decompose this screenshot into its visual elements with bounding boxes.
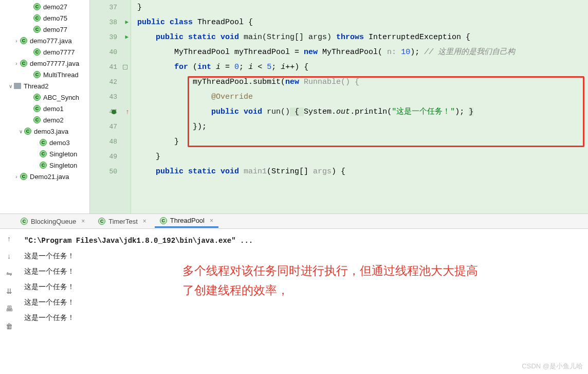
editor-tab[interactable]: CTimerTest× [93,215,152,228]
run-icon[interactable]: ▶ [125,15,128,30]
gutter-row[interactable]: 49 [90,149,131,164]
console-tool-button[interactable]: ⇊ [4,286,15,297]
class-icon: C [33,25,41,33]
class-icon: C [33,48,41,56]
tree-item[interactable]: Cdemo7777 [0,46,89,58]
tree-label: demo777.java [30,37,72,45]
gutter-row[interactable]: 50 [90,164,131,179]
editor: 3738▶39▶4041−424344↑47484950 }public cla… [90,0,588,213]
code-line[interactable]: public static void main(String[] args) t… [137,30,588,45]
tree-label: ABC_Synch [43,94,79,101]
line-number: 48 [109,134,128,149]
tree-label: Thread2 [24,82,48,90]
tree-item[interactable]: Cdemo75 [0,12,89,24]
tree-label: Singleton [49,162,77,169]
tree-item[interactable]: ∨Thread2 [0,80,89,92]
code-line[interactable]: for (int i = 0; i < 5; i++) { [137,60,588,75]
tree-item[interactable]: ›Cdemo777.java [0,35,89,46]
class-icon: C [20,59,28,67]
tree-label: demo7777 [43,48,75,56]
line-number: 47 [109,119,128,134]
console-tool-button[interactable]: 🗑 [4,320,15,332]
console-output[interactable]: "C:\Program Files\Java\jdk1.8.0_192\bin\… [18,229,588,374]
annotation-text: 多个线程对该任务同时进行执行，但通过线程池大大提高了创建线程的效率， [182,261,481,300]
tree-item[interactable]: ∨Cdemo3.java [0,126,89,137]
tree-item[interactable]: Cdemo1 [0,103,89,114]
gutter-row[interactable]: 40 [90,45,131,60]
tree-label: demo3.java [34,128,68,135]
console-command: "C:\Program Files\Java\jdk1.8.0_192\bin\… [24,233,582,248]
class-icon: C [33,104,41,113]
tree-item[interactable]: Cdemo2 [0,114,89,126]
breakpoint-icon[interactable] [112,110,116,114]
editor-tab[interactable]: CThreadPool× [155,215,218,228]
tree-item[interactable]: ›Cdemo77777.java [0,58,89,69]
class-icon: C [39,138,47,147]
code-line[interactable]: }); [137,119,588,134]
close-icon[interactable]: × [81,218,85,225]
console-tool-button[interactable]: ⇋ [4,268,15,279]
class-icon: C [33,3,41,11]
console-tool-button[interactable]: ↑ [4,233,15,244]
tree-item[interactable]: Cdemo77 [0,24,89,35]
class-icon: C [33,93,41,101]
tree-item[interactable]: CMultiThread [0,69,89,80]
gutter[interactable]: 3738▶39▶4041−424344↑47484950 [90,0,131,213]
gutter-row[interactable]: 38▶ [90,15,131,30]
class-icon: C [33,116,41,124]
code-line[interactable]: @Override [137,90,588,104]
class-icon: C [33,70,41,79]
class-icon: C [160,217,167,224]
gutter-row[interactable]: 47 [90,119,131,134]
line-number: 42 [109,75,128,90]
code-area[interactable]: }public class ThreadPool { public static… [131,0,588,213]
line-number: 50 [109,164,128,179]
class-icon: C [20,172,28,181]
gutter-row[interactable]: 41− [90,60,131,75]
line-number: 37 [109,0,128,15]
close-icon[interactable]: × [143,218,146,225]
code-line[interactable]: public class ThreadPool { [137,15,588,30]
tree-item[interactable]: CABC_Synch [0,92,89,103]
project-tree[interactable]: Cdemo27Cdemo75Cdemo77›Cdemo777.javaCdemo… [0,0,90,213]
tab-label: TimerTest [108,218,138,225]
gutter-row[interactable]: 48 [90,134,131,149]
tree-item[interactable]: CSingleton [0,159,89,171]
chevron-icon[interactable]: ∨ [7,83,13,89]
chevron-icon[interactable]: › [13,38,20,44]
tab-label: ThreadPool [170,217,205,224]
tree-label: demo77 [43,26,67,33]
console-tool-button[interactable]: ↓ [4,251,15,262]
code-line[interactable]: MyThreadPool myThreadPool = new MyThread… [137,45,588,60]
code-line[interactable]: public static void main1(String[] args) … [137,164,588,179]
tree-item[interactable]: CSingleton [0,148,89,159]
code-line[interactable]: myThreadPool.submit(new Runnable() { [137,75,588,90]
run-icon[interactable]: ▶ [125,30,128,45]
gutter-row[interactable]: 43 [90,90,131,104]
code-line[interactable]: } [137,149,588,164]
console-tool-button[interactable]: 🖶 [4,303,15,314]
editor-tab[interactable]: CBlockingQueue× [15,215,90,228]
close-icon[interactable]: × [210,217,213,224]
gutter-row[interactable]: 37 [90,0,131,15]
chevron-icon[interactable]: › [13,61,20,66]
code-line[interactable]: public void run() { System.out.println("… [137,104,588,119]
tree-item[interactable]: ›CDemo21.java [0,171,89,182]
class-icon: C [33,14,41,22]
class-icon: C [20,37,28,45]
tree-item[interactable]: Cdemo3 [0,137,89,148]
gutter-row[interactable]: 39▶ [90,30,131,45]
code-line[interactable]: } [137,134,588,149]
override-up-icon[interactable]: ↑ [125,104,130,119]
line-number: 49 [109,149,128,164]
gutter-row[interactable]: 42 [90,75,131,90]
code-line[interactable]: } [137,0,588,15]
tree-label: MultiThread [43,71,79,79]
gutter-row[interactable]: 44↑ [90,104,131,119]
class-icon: C [98,218,105,225]
console-pane: ↑↓⇋⇊🖶🗑 "C:\Program Files\Java\jdk1.8.0_1… [0,229,588,374]
tree-item[interactable]: Cdemo27 [0,1,89,12]
chevron-icon[interactable]: ∨ [17,129,24,134]
chevron-icon[interactable]: › [13,174,20,180]
fold-icon[interactable]: − [123,65,127,69]
